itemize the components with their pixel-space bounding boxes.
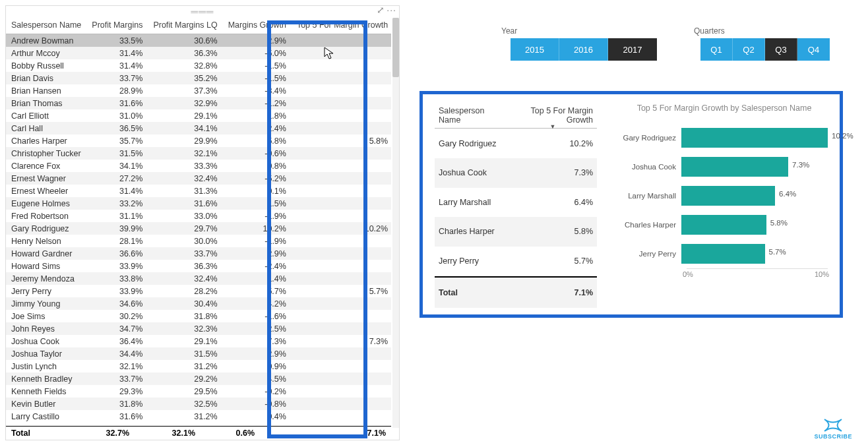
bar-row[interactable]: Charles Harper5.8% [621,210,828,239]
col-header[interactable]: Salesperson Name [6,18,86,34]
bar-row[interactable]: Jerry Perry5.7% [621,239,828,268]
focus-mode-icon[interactable]: ⤢ [377,5,385,15]
cell-name: Charles Harper [435,217,509,246]
table-row[interactable]: Kenneth Bradley33.7%29.2%4.5% [6,372,391,385]
col-header[interactable]: Margins Growth [223,18,292,34]
col-header[interactable]: Top 5 For Margin Growth [292,18,391,34]
table-row[interactable]: Kevin Butler31.8%32.5%-0.8% [6,398,391,410]
cell-value [292,385,391,398]
quarter-button-q1[interactable]: Q1 [700,38,733,61]
scrollbar-thumb[interactable] [392,18,399,77]
drag-handle-icon[interactable]: ═══ [6,6,399,15]
scrollbar-track[interactable] [392,18,399,428]
totals-value: 7.1% [509,277,597,308]
cell-value: 31.0% [86,109,148,122]
cell-name: Jerry Perry [435,247,509,278]
top5-row[interactable]: Gary Rodriguez10.2% [435,129,597,159]
cell-value: 32.1% [86,360,148,372]
cell-value: -1.2% [223,97,292,109]
table-row[interactable]: Justin Lynch32.1%31.2%0.9% [6,360,391,372]
table-row[interactable]: Jerry Perry33.9%28.2%5.7%5.7% [6,285,391,297]
cell-name: Larry Castillo [6,410,86,423]
cell-value: 36.3% [148,47,222,59]
cell-value [292,185,391,197]
table-row[interactable]: Andrew Bowman33.5%30.6%2.9% [6,34,391,47]
quarter-button-q4[interactable]: Q4 [797,38,830,61]
dna-icon [823,418,843,432]
table-row[interactable]: Howard Sims33.9%36.3%-2.4% [6,260,391,272]
table-totals-row: Total 32.7% 32.1% 0.6% 7.1% [6,426,391,440]
table-row[interactable]: Carl Hall36.5%34.1%2.4% [6,122,391,134]
table-row[interactable]: Arthur Mccoy31.4%36.3%-5.0% [6,47,391,59]
table-header-row: Salesperson NameProfit MarginsProfit Mar… [6,18,391,34]
cell-value: 32.4% [148,272,222,285]
top5-row[interactable]: Larry Marshall6.4% [435,188,597,217]
cell-value: 7.3% [509,158,597,187]
cell-name: Brian Thomas [6,97,86,109]
quarter-button-q3[interactable]: Q3 [765,38,797,61]
year-button-2016[interactable]: 2016 [559,38,608,61]
table-row[interactable]: Eugene Holmes33.2%31.6%1.5% [6,197,391,210]
cell-value [292,372,391,385]
more-options-icon[interactable]: ··· [387,5,396,15]
cell-value: 34.4% [86,347,148,360]
table-row[interactable]: Brian Davis33.7%35.2%-1.5% [6,72,391,84]
cell-value: 27.2% [86,172,148,185]
cell-value [292,398,391,410]
top5-table[interactable]: Salesperson Name Top 5 For Margin Growth… [435,104,597,308]
bar-row[interactable]: Joshua Cook7.3% [621,152,828,181]
col-header[interactable]: Profit Margins [86,18,148,34]
table-row[interactable]: Brian Hansen28.9%37.3%-8.4% [6,84,391,97]
cell-value: 36.3% [148,260,222,272]
cell-name: Bobby Russell [6,59,86,72]
matrix-visual[interactable]: ═══ ⤢ ··· Salesperson NameProfit Margins… [5,5,400,440]
bar-row[interactable]: Gary Rodriguez10.2% [621,123,828,152]
table-row[interactable]: Kenneth Fields29.3%29.5%-0.2% [6,385,391,398]
top5-header-value[interactable]: Top 5 For Margin Growth ▼ [509,104,597,129]
cell-value: 5.7% [509,247,597,278]
cell-value [292,347,391,360]
table-row[interactable]: Henry Nelson28.1%30.0%-1.9% [6,235,391,247]
table-row[interactable]: John Reyes34.7%32.3%2.5% [6,322,391,335]
subscribe-badge[interactable]: SUBSCRIBE [814,418,852,440]
cell-name: Gary Rodriguez [6,222,86,235]
table-row[interactable]: Charles Harper35.7%29.9%5.8%5.8% [6,134,391,147]
table-row[interactable]: Joshua Cook36.4%29.1%7.3%7.3% [6,335,391,347]
cell-value: 5.7% [223,285,292,297]
table-row[interactable]: Brian Thomas31.6%32.9%-1.2% [6,97,391,109]
quarter-button-q2[interactable]: Q2 [733,38,765,61]
top5-row[interactable]: Joshua Cook7.3% [435,158,597,187]
cell-value: 36.4% [86,335,148,347]
table-row[interactable]: Fred Robertson31.1%33.0%-1.9% [6,210,391,222]
table-row[interactable]: Joe Sims30.2%31.8%-1.6% [6,310,391,322]
cell-value: 2.4% [223,122,292,134]
table-row[interactable]: Ernest Wheeler31.4%31.3%0.1% [6,185,391,197]
table-row[interactable]: Gary Rodriguez39.9%29.7%10.2%10.2% [6,222,391,235]
bar-row[interactable]: Larry Marshall6.4% [621,181,828,210]
year-button-2015[interactable]: 2015 [511,38,559,61]
top5-row[interactable]: Jerry Perry5.7% [435,247,597,278]
top5-row[interactable]: Charles Harper5.8% [435,217,597,246]
table-row[interactable]: Howard Gardner36.6%33.7%2.9% [6,247,391,260]
cell-name: Joe Sims [6,310,86,322]
year-button-2017[interactable]: 2017 [608,38,657,61]
top5-header-name[interactable]: Salesperson Name [435,104,509,129]
table-row[interactable]: Bobby Russell31.4%32.8%-1.5% [6,59,391,72]
table-row[interactable]: Larry Castillo31.6%31.2%0.4% [6,410,391,423]
table-row[interactable]: Jeremy Mendoza33.8%32.4%1.4% [6,272,391,285]
cell-value: 29.1% [148,335,222,347]
bar-track: 5.8% [681,215,828,235]
cell-value: 33.0% [148,210,222,222]
table-row[interactable]: Joshua Taylor34.4%31.5%2.9% [6,347,391,360]
bar-fill [681,244,765,264]
cell-name: Carl Elliott [6,109,86,122]
col-header[interactable]: Profit Margins LQ [148,18,222,34]
table-row[interactable]: Carl Elliott31.0%29.1%1.8% [6,109,391,122]
table-row[interactable]: Jimmy Young34.6%30.4%4.2% [6,297,391,310]
cell-value: 0.4% [223,410,292,423]
top5-bar-chart[interactable]: Top 5 For Margin Growth by Salesperson N… [597,104,828,308]
table-row[interactable]: Christopher Tucker31.5%32.1%-0.6% [6,147,391,160]
cell-value: 32.1% [148,147,222,160]
table-row[interactable]: Ernest Wagner27.2%32.4%-5.2% [6,172,391,185]
table-row[interactable]: Clarence Fox34.1%33.3%0.8% [6,160,391,172]
